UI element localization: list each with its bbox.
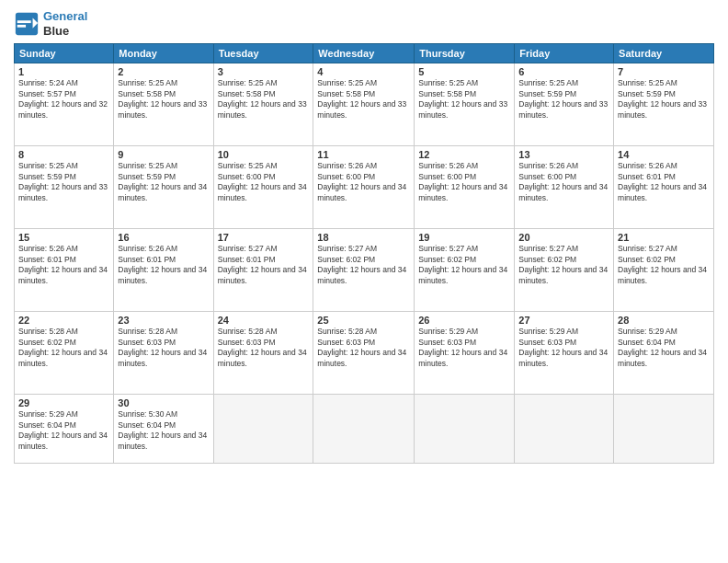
day-info: Sunrise: 5:25 AM Sunset: 5:58 PM Dayligh…: [418, 78, 510, 121]
day-info: Sunrise: 5:24 AM Sunset: 5:57 PM Dayligh…: [18, 78, 109, 121]
calendar-cell: 27 Sunrise: 5:29 AM Sunset: 6:03 PM Dayl…: [515, 312, 614, 395]
day-info: Sunrise: 5:25 AM Sunset: 5:58 PM Dayligh…: [317, 78, 410, 121]
day-info: Sunrise: 5:26 AM Sunset: 6:01 PM Dayligh…: [618, 161, 710, 203]
header-row: General Blue: [14, 9, 714, 38]
day-info: Sunrise: 5:29 AM Sunset: 6:03 PM Dayligh…: [418, 327, 510, 369]
calendar-cell: [415, 395, 515, 464]
calendar-cell: 12 Sunrise: 5:26 AM Sunset: 6:00 PM Dayl…: [415, 146, 515, 229]
day-info: Sunrise: 5:27 AM Sunset: 6:02 PM Dayligh…: [518, 244, 609, 286]
day-info: Sunrise: 5:25 AM Sunset: 5:59 PM Dayligh…: [18, 161, 109, 203]
week-row: 15 Sunrise: 5:26 AM Sunset: 6:01 PM Dayl…: [15, 229, 714, 312]
day-info: Sunrise: 5:27 AM Sunset: 6:02 PM Dayligh…: [418, 244, 510, 286]
day-info: Sunrise: 5:26 AM Sunset: 6:00 PM Dayligh…: [317, 161, 410, 203]
calendar-cell: 24 Sunrise: 5:28 AM Sunset: 6:03 PM Dayl…: [213, 312, 313, 395]
day-number: 30: [118, 397, 209, 408]
day-number: 5: [418, 66, 510, 77]
day-number: 23: [118, 315, 209, 326]
day-info: Sunrise: 5:29 AM Sunset: 6:04 PM Dayligh…: [18, 409, 109, 452]
day-number: 13: [518, 149, 609, 160]
calendar-cell: [614, 395, 714, 464]
calendar-cell: [313, 395, 415, 464]
day-info: Sunrise: 5:27 AM Sunset: 6:02 PM Dayligh…: [317, 244, 410, 286]
day-number: 24: [218, 315, 310, 326]
day-number: 15: [18, 232, 109, 243]
week-row: 22 Sunrise: 5:28 AM Sunset: 6:02 PM Dayl…: [15, 312, 714, 395]
day-info: Sunrise: 5:30 AM Sunset: 6:04 PM Dayligh…: [118, 409, 209, 452]
day-info: Sunrise: 5:25 AM Sunset: 5:58 PM Dayligh…: [118, 78, 209, 121]
logo-text: General Blue: [43, 9, 87, 38]
calendar-table: Sunday Monday Tuesday Wednesday Thursday…: [14, 43, 714, 464]
day-info: Sunrise: 5:29 AM Sunset: 6:03 PM Dayligh…: [518, 327, 609, 369]
page: General Blue Sunday Monday Tuesday Wedne…: [0, 0, 728, 563]
calendar-cell: 11 Sunrise: 5:26 AM Sunset: 6:00 PM Dayl…: [313, 146, 415, 229]
calendar-cell: 30 Sunrise: 5:30 AM Sunset: 6:04 PM Dayl…: [114, 395, 213, 464]
day-info: Sunrise: 5:26 AM Sunset: 6:00 PM Dayligh…: [418, 161, 510, 203]
svg-rect-3: [17, 25, 26, 28]
day-info: Sunrise: 5:26 AM Sunset: 6:01 PM Dayligh…: [18, 244, 109, 286]
calendar-header-row: Sunday Monday Tuesday Wednesday Thursday…: [15, 44, 714, 63]
day-number: 11: [317, 149, 410, 160]
day-info: Sunrise: 5:28 AM Sunset: 6:02 PM Dayligh…: [18, 327, 109, 369]
col-wednesday: Wednesday: [313, 44, 415, 63]
calendar-cell: 1 Sunrise: 5:24 AM Sunset: 5:57 PM Dayli…: [15, 63, 114, 146]
calendar-cell: 21 Sunrise: 5:27 AM Sunset: 6:02 PM Dayl…: [614, 229, 714, 312]
day-info: Sunrise: 5:27 AM Sunset: 6:02 PM Dayligh…: [618, 244, 710, 286]
calendar-cell: 20 Sunrise: 5:27 AM Sunset: 6:02 PM Dayl…: [515, 229, 614, 312]
day-info: Sunrise: 5:29 AM Sunset: 6:04 PM Dayligh…: [618, 327, 710, 369]
day-number: 6: [518, 66, 609, 77]
calendar-cell: 4 Sunrise: 5:25 AM Sunset: 5:58 PM Dayli…: [313, 63, 415, 146]
calendar-cell: 2 Sunrise: 5:25 AM Sunset: 5:58 PM Dayli…: [114, 63, 213, 146]
calendar-cell: 9 Sunrise: 5:25 AM Sunset: 5:59 PM Dayli…: [114, 146, 213, 229]
calendar-cell: 25 Sunrise: 5:28 AM Sunset: 6:03 PM Dayl…: [313, 312, 415, 395]
day-info: Sunrise: 5:26 AM Sunset: 6:01 PM Dayligh…: [118, 244, 209, 286]
day-number: 22: [18, 315, 109, 326]
calendar-cell: 22 Sunrise: 5:28 AM Sunset: 6:02 PM Dayl…: [15, 312, 114, 395]
day-number: 29: [18, 397, 109, 408]
day-info: Sunrise: 5:28 AM Sunset: 6:03 PM Dayligh…: [317, 327, 410, 369]
col-monday: Monday: [114, 44, 213, 63]
day-number: 12: [418, 149, 510, 160]
day-number: 9: [118, 149, 209, 160]
calendar-cell: 23 Sunrise: 5:28 AM Sunset: 6:03 PM Dayl…: [114, 312, 213, 395]
calendar-cell: [515, 395, 614, 464]
day-number: 4: [317, 66, 410, 77]
svg-rect-2: [17, 20, 31, 23]
week-row: 29 Sunrise: 5:29 AM Sunset: 6:04 PM Dayl…: [15, 395, 714, 464]
day-number: 20: [518, 232, 609, 243]
day-number: 3: [218, 66, 310, 77]
day-number: 25: [317, 315, 410, 326]
day-number: 21: [618, 232, 710, 243]
calendar-cell: 14 Sunrise: 5:26 AM Sunset: 6:01 PM Dayl…: [614, 146, 714, 229]
calendar-cell: 18 Sunrise: 5:27 AM Sunset: 6:02 PM Dayl…: [313, 229, 415, 312]
calendar-cell: 6 Sunrise: 5:25 AM Sunset: 5:59 PM Dayli…: [515, 63, 614, 146]
logo: General Blue: [14, 9, 87, 38]
logo-icon: [14, 11, 40, 37]
day-number: 19: [418, 232, 510, 243]
calendar-cell: 8 Sunrise: 5:25 AM Sunset: 5:59 PM Dayli…: [15, 146, 114, 229]
calendar-cell: 26 Sunrise: 5:29 AM Sunset: 6:03 PM Dayl…: [415, 312, 515, 395]
day-number: 14: [618, 149, 710, 160]
calendar-cell: 5 Sunrise: 5:25 AM Sunset: 5:58 PM Dayli…: [415, 63, 515, 146]
day-number: 26: [418, 315, 510, 326]
calendar-cell: 3 Sunrise: 5:25 AM Sunset: 5:58 PM Dayli…: [213, 63, 313, 146]
day-number: 18: [317, 232, 410, 243]
col-thursday: Thursday: [415, 44, 515, 63]
calendar-cell: 13 Sunrise: 5:26 AM Sunset: 6:00 PM Dayl…: [515, 146, 614, 229]
day-number: 1: [18, 66, 109, 77]
day-number: 7: [618, 66, 710, 77]
col-sunday: Sunday: [15, 44, 114, 63]
day-info: Sunrise: 5:28 AM Sunset: 6:03 PM Dayligh…: [118, 327, 209, 369]
day-number: 28: [618, 315, 710, 326]
day-number: 2: [118, 66, 209, 77]
day-info: Sunrise: 5:27 AM Sunset: 6:01 PM Dayligh…: [218, 244, 310, 286]
calendar-cell: 7 Sunrise: 5:25 AM Sunset: 5:59 PM Dayli…: [614, 63, 714, 146]
calendar-cell: 28 Sunrise: 5:29 AM Sunset: 6:04 PM Dayl…: [614, 312, 714, 395]
calendar-cell: 10 Sunrise: 5:25 AM Sunset: 6:00 PM Dayl…: [213, 146, 313, 229]
day-info: Sunrise: 5:26 AM Sunset: 6:00 PM Dayligh…: [518, 161, 609, 203]
calendar-cell: 17 Sunrise: 5:27 AM Sunset: 6:01 PM Dayl…: [213, 229, 313, 312]
day-number: 17: [218, 232, 310, 243]
day-info: Sunrise: 5:25 AM Sunset: 6:00 PM Dayligh…: [218, 161, 310, 203]
calendar-cell: 15 Sunrise: 5:26 AM Sunset: 6:01 PM Dayl…: [15, 229, 114, 312]
calendar-cell: 29 Sunrise: 5:29 AM Sunset: 6:04 PM Dayl…: [15, 395, 114, 464]
col-tuesday: Tuesday: [213, 44, 313, 63]
